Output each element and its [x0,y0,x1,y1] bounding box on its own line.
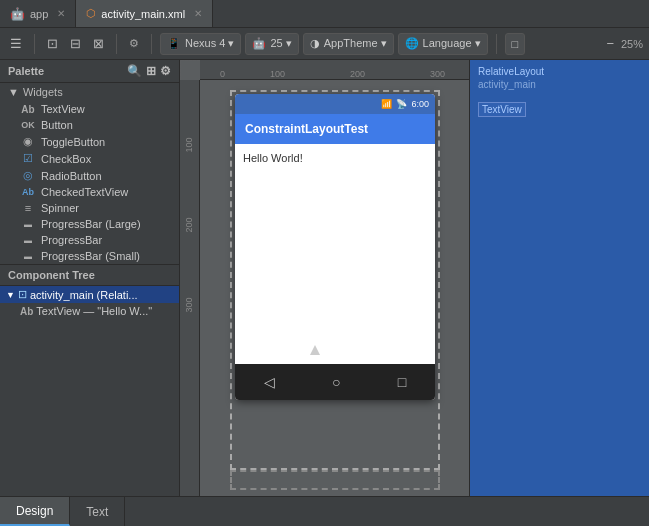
tab-app[interactable]: 🤖 app ✕ [0,0,76,27]
layout-view-button-3[interactable]: ⊠ [89,34,108,53]
tab-text-label: Text [86,505,108,519]
zoom-label: 25% [621,38,643,50]
palette-header: Palette 🔍 ⊞ ⚙ [0,60,179,83]
palette-search-icon[interactable]: 🔍 [127,64,142,78]
component-tree-title: Component Tree [8,269,95,281]
inner-selection [230,470,440,490]
tab-activity-close[interactable]: ✕ [194,8,202,19]
palette-item-progressbar-large-label: ProgressBar (Large) [41,218,141,230]
checkedtextview-icon: Ab [20,187,36,197]
phone-status-bar: 📶 📡 6:00 [235,94,435,114]
palette-item-progressbar-small[interactable]: ▬ ProgressBar (Small) [0,248,179,264]
tab-app-close[interactable]: ✕ [57,8,65,19]
palette-item-textview[interactable]: Ab TextView [0,101,179,117]
palette-section-label: Widgets [23,86,63,98]
radiobutton-icon: ◎ [20,169,36,182]
tab-design[interactable]: Design [0,497,70,526]
expand-icon: ▼ [6,290,15,300]
screen-dropdown[interactable]: □ [505,33,526,55]
ruler-tick-200: 200 [350,69,365,79]
theme-icon: ◑ [310,37,320,50]
textview-icon: Ab [20,104,36,115]
nav-home-button[interactable]: ○ [332,374,340,390]
palette-settings-icon[interactable]: ⚙ [160,64,171,78]
tree-item-activity-label: activity_main (Relati... [30,289,138,301]
nav-recent-button[interactable]: □ [398,374,406,390]
palette-item-button-label: Button [41,119,73,131]
palette-sort-icon[interactable]: ⊞ [146,64,156,78]
canvas-content[interactable]: 📶 📡 6:00 ConstraintLayoutTest Hello Worl… [200,80,469,496]
checkbox-icon: ☑ [20,152,36,165]
phone-content[interactable]: Hello World! [235,144,435,364]
language-dropdown[interactable]: 🌐 Language ▾ [398,33,488,55]
tree-item-layout-icon: ⊡ [18,288,27,301]
ruler-tick-left-200: 200 [184,217,194,232]
tree-item-textview[interactable]: Ab TextView — "Hello W..." [0,303,179,319]
layout-view-button-2[interactable]: ⊟ [66,34,85,53]
tab-bar: 🤖 app ✕ ⬡ activity_main.xml ✕ [0,0,649,28]
language-label: Language ▾ [423,37,481,50]
layout-view-button-1[interactable]: ⊡ [43,34,62,53]
palette-item-progressbar-large[interactable]: ▬ ProgressBar (Large) [0,216,179,232]
right-panel: RelativeLayout activity_main TextView [469,60,649,496]
palette-item-spinner-label: Spinner [41,202,79,214]
ruler-tick-left-100: 100 [184,137,194,152]
palette-item-radiobutton[interactable]: ◎ RadioButton [0,167,179,184]
progressbar-large-icon: ▬ [20,220,36,229]
palette-item-checkedtextview-label: CheckedTextView [41,186,128,198]
phone-nav-bar: ◁ ○ □ [235,364,435,400]
constraint-button[interactable]: ⚙ [125,35,143,52]
tab-design-label: Design [16,504,53,518]
tree-item-textview-icon: Ab [20,306,33,317]
separator-1 [34,34,35,54]
progressbar-icon: ▬ [20,236,36,245]
blueprint-textview[interactable]: TextView [478,102,526,117]
phone-time: 6:00 [411,99,429,109]
palette-section-widgets: ▼ Widgets [0,83,179,101]
palette-item-progressbar-label: ProgressBar [41,234,102,246]
palette-item-radiobutton-label: RadioButton [41,170,102,182]
zoom-controls: − 25% [602,34,643,53]
palette-item-progressbar[interactable]: ▬ ProgressBar [0,232,179,248]
api-label: 25 ▾ [270,37,291,50]
zoom-minus-button[interactable]: − [602,34,618,53]
palette-toggle-button[interactable]: ☰ [6,34,26,53]
progressbar-small-icon: ▬ [20,252,36,261]
device-dropdown[interactable]: 📱 Nexus 4 ▾ [160,33,241,55]
palette-item-checkbox[interactable]: ☑ CheckBox [0,150,179,167]
right-panel-layout-subtitle: activity_main [478,79,641,90]
ruler-tick-left-300: 300 [184,297,194,312]
palette-item-togglebutton[interactable]: ◉ ToggleButton [0,133,179,150]
separator-2 [116,34,117,54]
tree-item-activity-main[interactable]: ▼ ⊡ activity_main (Relati... [0,286,179,303]
palette-item-togglebutton-label: ToggleButton [41,136,105,148]
palette-header-icons: 🔍 ⊞ ⚙ [127,64,171,78]
togglebutton-icon: ◉ [20,135,36,148]
ruler-tick-100: 100 [270,69,285,79]
device-label: Nexus 4 ▾ [185,37,234,50]
tab-activity-label: activity_main.xml [101,8,185,20]
tree-item-textview-label: TextView — "Hello W..." [36,305,152,317]
tab-text[interactable]: Text [70,497,125,526]
separator-3 [151,34,152,54]
tab-activity[interactable]: ⬡ activity_main.xml ✕ [76,0,213,27]
palette-item-progressbar-small-label: ProgressBar (Small) [41,250,140,262]
ruler-left: 100 200 300 [180,80,200,496]
api-dropdown[interactable]: 🤖 25 ▾ [245,33,298,55]
language-icon: 🌐 [405,37,419,50]
palette-item-textview-label: TextView [41,103,85,115]
screen-icon: □ [512,38,519,50]
nav-back-button[interactable]: ◁ [264,374,275,390]
palette-item-button[interactable]: OK Button [0,117,179,133]
right-panel-layout-title: RelativeLayout [478,66,641,77]
canvas-area[interactable]: 0 100 200 300 100 200 300 📶 📡 6:00 [180,60,469,496]
palette-item-spinner[interactable]: ≡ Spinner [0,200,179,216]
button-icon: OK [20,120,36,130]
wifi-icon: 📶 [381,99,392,109]
tab-app-label: app [30,8,48,20]
phone-icon: 📱 [167,37,181,50]
theme-dropdown[interactable]: ◑ AppTheme ▾ [303,33,394,55]
palette-item-checkbox-label: CheckBox [41,153,91,165]
phone-hello-world: Hello World! [243,152,303,164]
palette-item-checkedtextview[interactable]: Ab CheckedTextView [0,184,179,200]
